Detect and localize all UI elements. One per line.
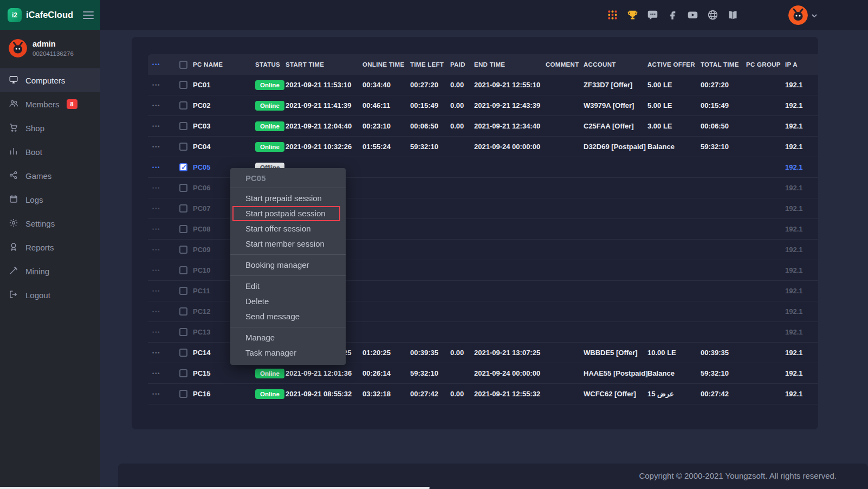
book-icon[interactable] (727, 9, 739, 21)
row-menu-dots[interactable] (148, 350, 175, 356)
globe-icon[interactable] (707, 9, 718, 21)
ip-address: 192.1 (785, 184, 818, 192)
row-checkbox[interactable] (179, 101, 187, 110)
context-menu-item[interactable]: Start prepaid session (230, 191, 346, 206)
row-menu-dots[interactable] (148, 103, 175, 108)
sidebar-item-mining[interactable]: Mining (0, 259, 100, 283)
row-menu-dots[interactable] (148, 288, 175, 294)
sidebar-item-games[interactable]: Games (0, 164, 100, 188)
context-menu-item[interactable]: Manage (230, 330, 346, 345)
row-menu-dots[interactable] (148, 391, 175, 397)
row-checkbox[interactable] (179, 163, 187, 171)
row-menu-dots[interactable] (148, 227, 175, 232)
end-time: 2021-09-21 12:43:39 (474, 101, 546, 110)
row-checkbox[interactable] (179, 307, 187, 316)
table-row[interactable]: PC01 Online 2021-09-21 11:53:10 00:34:40… (148, 75, 818, 95)
apps-icon[interactable] (606, 9, 618, 21)
row-menu-dots[interactable] (148, 268, 175, 273)
context-menu-item[interactable]: Start offer session (230, 221, 346, 236)
row-checkbox[interactable] (179, 266, 187, 274)
menu-toggle-icon[interactable] (83, 9, 94, 21)
context-menu-item[interactable]: Send message (230, 309, 346, 324)
row-checkbox[interactable] (179, 122, 187, 130)
pc-name-cell: PC02 (175, 101, 255, 110)
sidebar: admin 002041136276 Computers Members 8 S… (0, 30, 100, 489)
pc-name: PC16 (193, 390, 211, 398)
context-menu-groups: Start prepaid sessionStart postpaid sess… (230, 188, 346, 363)
context-menu-item[interactable]: Edit (230, 279, 346, 294)
youtube-icon[interactable] (686, 9, 698, 21)
col-end-time: END TIME (474, 61, 546, 68)
pickaxe-icon (9, 266, 18, 277)
sidebar-item-boot[interactable]: Boot (0, 140, 100, 164)
sidebar-item-label: Members (25, 100, 60, 109)
row-menu-dots[interactable] (148, 144, 175, 150)
user-menu[interactable] (788, 5, 868, 25)
total-time: 00:15:49 (701, 101, 746, 110)
col-time-left: TIME LEFT (410, 61, 450, 68)
table-row[interactable]: PC15 Online 2021-09-21 12:01:36 00:26:14… (148, 363, 818, 384)
context-menu-item[interactable]: Start member session (230, 236, 346, 252)
online-time: 00:46:11 (362, 101, 410, 110)
header-actions-dots[interactable] (148, 62, 175, 67)
row-checkbox[interactable] (179, 287, 187, 295)
pc-name-cell: PC04 (175, 143, 255, 151)
row-checkbox[interactable] (179, 143, 187, 151)
row-menu-dots[interactable] (148, 309, 175, 314)
start-time: 2021-09-21 11:53:10 (286, 81, 362, 89)
table-row[interactable]: PC16 Online 2021-09-21 08:55:32 03:32:18… (148, 384, 818, 404)
sidebar-item-logout[interactable]: Logout (0, 283, 100, 307)
paid: 0.00 (450, 390, 474, 398)
row-checkbox[interactable] (179, 225, 187, 233)
row-checkbox[interactable] (179, 81, 187, 89)
start-time: 2021-09-21 12:01:36 (286, 369, 362, 377)
end-time: 2021-09-24 00:00:00 (474, 143, 546, 151)
pc-name: PC10 (193, 266, 211, 274)
row-menu-dots[interactable] (148, 371, 175, 376)
brand: i2 iCafeCloud (0, 0, 100, 30)
row-menu-dots[interactable] (148, 124, 175, 129)
context-menu-item[interactable]: Start postpaid session (232, 206, 340, 221)
brand-name: iCafeCloud (26, 10, 79, 20)
chat-icon[interactable] (646, 9, 658, 21)
sidebar-item-settings[interactable]: Settings (0, 211, 100, 235)
horizontal-scrollbar[interactable] (0, 487, 430, 489)
sidebar-item-logs[interactable]: Logs (0, 188, 100, 211)
row-menu-dots[interactable] (148, 206, 175, 211)
sidebar-item-computers[interactable]: Computers (0, 68, 100, 92)
row-checkbox[interactable] (179, 204, 187, 213)
ip-address: 192.1 (785, 163, 818, 171)
row-checkbox[interactable] (179, 184, 187, 192)
table-row[interactable]: PC04 Online 2021-09-21 10:32:26 01:55:24… (148, 137, 818, 157)
row-menu-dots[interactable] (148, 330, 175, 335)
context-menu-item[interactable]: Booking manager (230, 258, 346, 273)
trophy-icon[interactable] (626, 9, 638, 21)
sidebar-item-members[interactable]: Members 8 (0, 92, 100, 116)
context-menu-item[interactable]: Task manager (230, 345, 346, 361)
row-checkbox[interactable] (179, 369, 187, 377)
row-checkbox[interactable] (179, 246, 187, 254)
row-menu-dots[interactable] (148, 247, 175, 253)
context-menu-item[interactable]: Delete (230, 294, 346, 309)
row-menu-dots[interactable] (148, 185, 175, 191)
table-row[interactable]: PC02 Online 2021-09-21 11:41:39 00:46:11… (148, 95, 818, 116)
pc-name: PC09 (193, 246, 211, 254)
row-checkbox[interactable] (179, 390, 187, 398)
sidebar-item-label: Boot (25, 147, 42, 157)
status-badge: Online (255, 101, 284, 111)
sidebar-item-shop[interactable]: Shop (0, 116, 100, 140)
footer: Copyright © 2000-2021 Youngzsoft. All ri… (118, 464, 868, 489)
row-menu-dots[interactable] (148, 82, 175, 88)
table-row[interactable]: PC03 Online 2021-09-21 12:04:40 00:23:10… (148, 116, 818, 137)
context-menu-title: PC05 (230, 168, 346, 188)
row-menu-dots[interactable] (148, 165, 175, 170)
sidebar-item-reports[interactable]: Reports (0, 235, 100, 259)
row-checkbox[interactable] (179, 328, 187, 336)
online-time: 00:23:10 (362, 122, 410, 130)
row-checkbox[interactable] (179, 349, 187, 357)
ip-address: 192.1 (785, 225, 818, 233)
end-time: 2021-09-21 12:55:10 (474, 81, 546, 89)
facebook-icon[interactable] (666, 9, 678, 21)
online-time: 01:20:25 (362, 349, 410, 357)
select-all-checkbox[interactable] (179, 61, 187, 69)
